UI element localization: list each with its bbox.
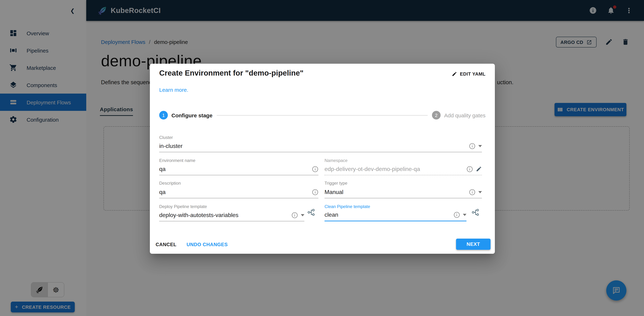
description-value[interactable]: qa — [159, 189, 312, 195]
namespace-input: Namespace edp-delivery-ot-dev-demo-pipel… — [324, 158, 482, 175]
description-label: Description — [159, 181, 318, 186]
clean-pipeline-template-label: Clean Pipeline template — [324, 204, 466, 209]
view-deploy-pipeline-diagram-icon[interactable] — [307, 208, 315, 216]
cluster-label: Cluster — [159, 135, 482, 140]
deploy-pipeline-template-label: Deploy Pipeline template — [159, 204, 304, 209]
info-icon[interactable] — [312, 189, 318, 195]
cancel-button[interactable]: CANCEL — [156, 242, 176, 247]
info-icon[interactable] — [469, 143, 476, 149]
deploy-pipeline-template-select[interactable]: Deploy Pipeline template deploy-with-aut… — [159, 204, 304, 221]
step-connector — [217, 115, 428, 115]
next-button[interactable]: NEXT — [456, 239, 490, 250]
info-icon[interactable] — [454, 211, 460, 218]
environment-name-input[interactable]: Environment name qa — [159, 158, 318, 175]
edit-yaml-label: EDIT YAML — [460, 71, 486, 77]
trigger-type-label: Trigger type — [324, 181, 482, 186]
cluster-select[interactable]: Cluster in-cluster — [159, 135, 482, 152]
edit-namespace-icon[interactable] — [476, 166, 482, 172]
step-2-label: Add quality gates — [444, 112, 486, 118]
step-1-label: Configure stage — [172, 112, 212, 118]
dropdown-caret-icon[interactable] — [463, 214, 466, 216]
info-icon[interactable] — [292, 212, 298, 218]
view-clean-pipeline-diagram-icon[interactable] — [472, 208, 480, 216]
undo-changes-button[interactable]: UNDO CHANGES — [186, 242, 228, 247]
learn-more-link[interactable]: Learn more. — [159, 87, 188, 93]
dropdown-caret-icon[interactable] — [478, 145, 482, 147]
deploy-pipeline-template-value[interactable]: deploy-with-autotests-variables — [159, 212, 292, 218]
dropdown-caret-icon[interactable] — [478, 191, 482, 193]
clean-pipeline-template-select[interactable]: Clean Pipeline template clean — [324, 204, 466, 221]
kuberocketci-app: ❮ Kube — [0, 0, 644, 316]
clean-pipeline-template-value[interactable]: clean — [324, 211, 454, 218]
info-icon[interactable] — [469, 189, 476, 195]
edit-yaml-button[interactable]: EDIT YAML — [452, 71, 486, 77]
step-1-circle: 1 — [159, 111, 168, 119]
info-icon[interactable] — [312, 166, 318, 172]
namespace-label: Namespace — [324, 158, 482, 163]
dialog-title: Create Environment for "demo-pipeline" — [159, 69, 304, 77]
namespace-value: edp-delivery-ot-dev-demo-pipeline-qa — [324, 166, 466, 172]
description-input[interactable]: Description qa — [159, 181, 318, 198]
screen: ❮ Kube — [0, 0, 644, 316]
create-environment-dialog: Create Environment for "demo-pipeline" E… — [150, 64, 495, 254]
environment-name-label: Environment name — [159, 158, 318, 163]
info-icon[interactable] — [466, 166, 473, 172]
trigger-type-value[interactable]: Manual — [324, 189, 469, 195]
step-2-circle: 2 — [432, 111, 440, 119]
environment-name-value[interactable]: qa — [159, 166, 312, 172]
pencil-icon — [452, 71, 457, 77]
stepper: 1 Configure stage 2 Add quality gates — [159, 110, 486, 120]
trigger-type-select[interactable]: Trigger type Manual — [324, 181, 482, 198]
dropdown-caret-icon[interactable] — [301, 214, 304, 216]
cluster-value[interactable]: in-cluster — [159, 143, 469, 149]
